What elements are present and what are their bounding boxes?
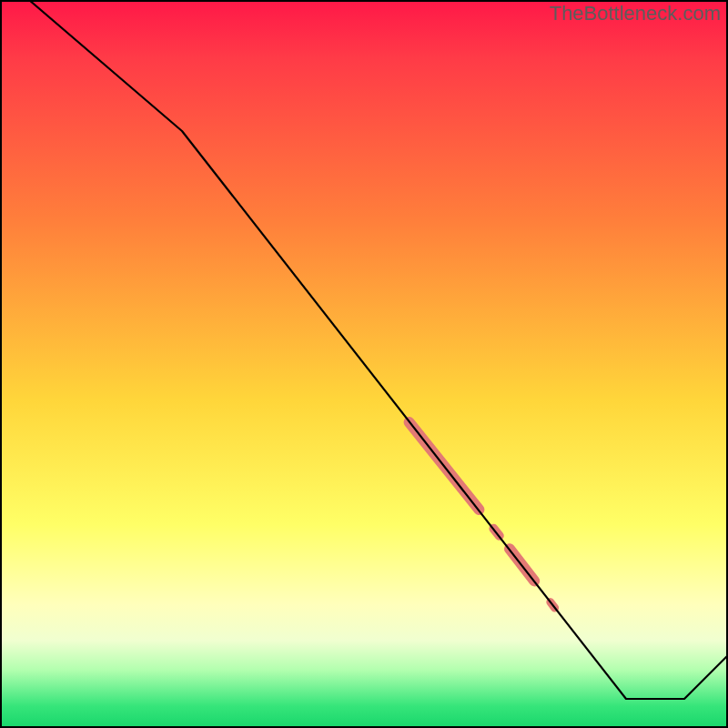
- chart-container: TheBottleneck.com: [0, 0, 728, 728]
- bottleneck-curve: [0, 0, 728, 699]
- watermark-text: TheBottleneck.com: [550, 2, 721, 25]
- chart-svg: [0, 0, 728, 728]
